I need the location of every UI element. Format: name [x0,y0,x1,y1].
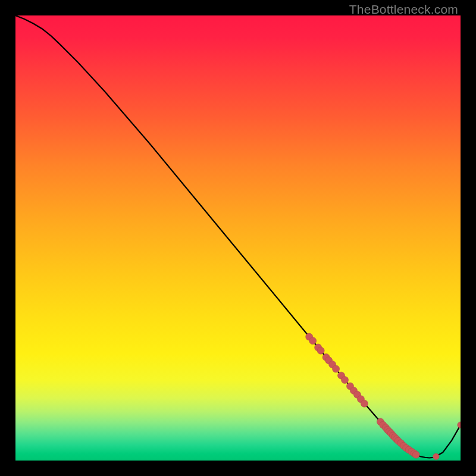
chart-stage: TheBottleneck.com [0,0,476,476]
chart-svg [15,15,461,461]
data-point [309,337,317,345]
data-point [412,451,419,458]
attribution-text: TheBottleneck.com [349,2,458,17]
data-point [342,377,349,384]
data-point [317,347,324,354]
data-point [361,400,368,407]
data-point [333,365,340,372]
plot-area [15,15,461,461]
gradient-background [15,15,461,461]
data-point [433,453,439,459]
